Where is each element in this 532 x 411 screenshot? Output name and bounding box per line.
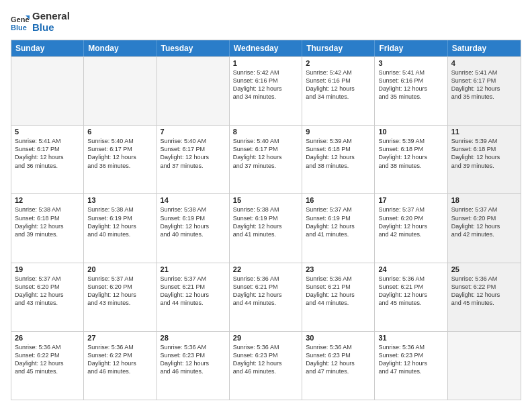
calendar-day-cell: 21Sunrise: 5:37 AM Sunset: 6:21 PM Dayli… — [157, 263, 230, 331]
calendar-header-cell: Sunday — [11, 40, 84, 56]
day-number: 6 — [87, 128, 152, 136]
calendar-body: 1Sunrise: 5:42 AM Sunset: 6:16 PM Daylig… — [11, 56, 521, 400]
day-info: Sunrise: 5:41 AM Sunset: 6:17 PM Dayligh… — [15, 137, 80, 170]
day-number: 23 — [306, 265, 371, 273]
calendar-day-cell: 7Sunrise: 5:40 AM Sunset: 6:17 PM Daylig… — [157, 126, 230, 193]
day-number: 1 — [233, 59, 298, 67]
calendar-day-cell: 29Sunrise: 5:36 AM Sunset: 6:23 PM Dayli… — [230, 332, 302, 400]
calendar-day-cell: 1Sunrise: 5:42 AM Sunset: 6:16 PM Daylig… — [230, 57, 302, 125]
day-info: Sunrise: 5:40 AM Sunset: 6:17 PM Dayligh… — [233, 137, 298, 170]
day-number: 8 — [233, 128, 298, 136]
day-number: 30 — [306, 334, 371, 342]
day-info: Sunrise: 5:38 AM Sunset: 6:19 PM Dayligh… — [87, 205, 152, 238]
calendar-week-row: 26Sunrise: 5:36 AM Sunset: 6:22 PM Dayli… — [11, 331, 521, 400]
day-number: 12 — [15, 196, 80, 204]
day-info: Sunrise: 5:41 AM Sunset: 6:16 PM Dayligh… — [378, 68, 443, 101]
calendar-day-cell: 5Sunrise: 5:41 AM Sunset: 6:17 PM Daylig… — [11, 126, 84, 193]
day-number: 29 — [233, 334, 298, 342]
calendar-day-cell: 8Sunrise: 5:40 AM Sunset: 6:17 PM Daylig… — [230, 126, 302, 193]
day-info: Sunrise: 5:39 AM Sunset: 6:18 PM Dayligh… — [378, 137, 443, 170]
day-info: Sunrise: 5:39 AM Sunset: 6:18 PM Dayligh… — [306, 137, 371, 170]
day-number: 24 — [378, 265, 443, 273]
day-info: Sunrise: 5:38 AM Sunset: 6:19 PM Dayligh… — [161, 205, 226, 238]
svg-text:Blue: Blue — [11, 24, 27, 32]
calendar-day-cell: 24Sunrise: 5:36 AM Sunset: 6:21 PM Dayli… — [375, 263, 447, 331]
day-number: 11 — [451, 128, 517, 136]
day-info: Sunrise: 5:42 AM Sunset: 6:16 PM Dayligh… — [306, 68, 371, 101]
day-info: Sunrise: 5:36 AM Sunset: 6:23 PM Dayligh… — [161, 343, 226, 376]
calendar-day-cell: 16Sunrise: 5:37 AM Sunset: 6:19 PM Dayli… — [302, 194, 375, 262]
calendar-day-cell: 27Sunrise: 5:36 AM Sunset: 6:22 PM Dayli… — [84, 332, 157, 400]
calendar-week-row: 1Sunrise: 5:42 AM Sunset: 6:16 PM Daylig… — [11, 56, 521, 125]
day-number: 17 — [378, 196, 443, 204]
day-info: Sunrise: 5:37 AM Sunset: 6:21 PM Dayligh… — [161, 275, 226, 308]
calendar-header-cell: Monday — [84, 40, 157, 56]
day-info: Sunrise: 5:37 AM Sunset: 6:20 PM Dayligh… — [15, 275, 80, 308]
day-info: Sunrise: 5:36 AM Sunset: 6:23 PM Dayligh… — [233, 343, 298, 376]
day-number: 25 — [451, 265, 517, 273]
day-number: 26 — [15, 334, 80, 342]
day-number: 20 — [87, 265, 152, 273]
calendar-day-cell: 12Sunrise: 5:38 AM Sunset: 6:18 PM Dayli… — [11, 194, 84, 262]
day-info: Sunrise: 5:39 AM Sunset: 6:18 PM Dayligh… — [451, 137, 517, 170]
calendar-day-cell: 28Sunrise: 5:36 AM Sunset: 6:23 PM Dayli… — [157, 332, 230, 400]
day-number: 19 — [15, 265, 80, 273]
calendar-day-cell: 22Sunrise: 5:36 AM Sunset: 6:21 PM Dayli… — [230, 263, 302, 331]
calendar-header-cell: Friday — [375, 40, 447, 56]
calendar-day-cell: 10Sunrise: 5:39 AM Sunset: 6:18 PM Dayli… — [375, 126, 447, 193]
page-header: General Blue General Blue — [11, 11, 521, 33]
day-info: Sunrise: 5:42 AM Sunset: 6:16 PM Dayligh… — [233, 68, 298, 101]
day-info: Sunrise: 5:37 AM Sunset: 6:20 PM Dayligh… — [378, 205, 443, 238]
day-info: Sunrise: 5:40 AM Sunset: 6:17 PM Dayligh… — [87, 137, 152, 170]
day-number: 3 — [378, 59, 443, 67]
calendar-header-cell: Wednesday — [230, 40, 302, 56]
day-info: Sunrise: 5:36 AM Sunset: 6:22 PM Dayligh… — [451, 275, 517, 308]
calendar: SundayMondayTuesdayWednesdayThursdayFrid… — [11, 40, 521, 400]
day-info: Sunrise: 5:40 AM Sunset: 6:17 PM Dayligh… — [161, 137, 226, 170]
day-number: 28 — [161, 334, 226, 342]
calendar-week-row: 12Sunrise: 5:38 AM Sunset: 6:18 PM Dayli… — [11, 193, 521, 262]
calendar-day-cell: 31Sunrise: 5:36 AM Sunset: 6:23 PM Dayli… — [375, 332, 447, 400]
day-number: 4 — [451, 59, 517, 67]
logo: General Blue General Blue — [11, 11, 70, 33]
calendar-day-cell — [84, 57, 157, 125]
day-info: Sunrise: 5:37 AM Sunset: 6:20 PM Dayligh… — [87, 275, 152, 308]
day-info: Sunrise: 5:38 AM Sunset: 6:18 PM Dayligh… — [15, 205, 80, 238]
day-number: 21 — [161, 265, 226, 273]
logo-icon: General Blue — [11, 13, 30, 32]
day-number: 16 — [306, 196, 371, 204]
calendar-day-cell: 15Sunrise: 5:38 AM Sunset: 6:19 PM Dayli… — [230, 194, 302, 262]
logo-text-blue: Blue — [32, 22, 70, 34]
day-number: 5 — [15, 128, 80, 136]
calendar-day-cell: 14Sunrise: 5:38 AM Sunset: 6:19 PM Dayli… — [157, 194, 230, 262]
day-number: 31 — [378, 334, 443, 342]
day-info: Sunrise: 5:36 AM Sunset: 6:23 PM Dayligh… — [306, 343, 371, 376]
day-info: Sunrise: 5:36 AM Sunset: 6:21 PM Dayligh… — [306, 275, 371, 308]
day-number: 9 — [306, 128, 371, 136]
day-info: Sunrise: 5:36 AM Sunset: 6:21 PM Dayligh… — [233, 275, 298, 308]
calendar-header-cell: Saturday — [448, 40, 521, 56]
calendar-page: General Blue General Blue SundayMondayTu… — [0, 0, 532, 411]
calendar-header-cell: Thursday — [302, 40, 375, 56]
calendar-day-cell: 2Sunrise: 5:42 AM Sunset: 6:16 PM Daylig… — [302, 57, 375, 125]
calendar-day-cell: 11Sunrise: 5:39 AM Sunset: 6:18 PM Dayli… — [448, 126, 521, 193]
day-info: Sunrise: 5:38 AM Sunset: 6:19 PM Dayligh… — [233, 205, 298, 238]
calendar-day-cell: 30Sunrise: 5:36 AM Sunset: 6:23 PM Dayli… — [302, 332, 375, 400]
day-number: 27 — [87, 334, 152, 342]
day-info: Sunrise: 5:37 AM Sunset: 6:19 PM Dayligh… — [306, 205, 371, 238]
day-number: 18 — [451, 196, 517, 204]
day-number: 15 — [233, 196, 298, 204]
day-number: 13 — [87, 196, 152, 204]
calendar-week-row: 5Sunrise: 5:41 AM Sunset: 6:17 PM Daylig… — [11, 125, 521, 193]
calendar-day-cell: 23Sunrise: 5:36 AM Sunset: 6:21 PM Dayli… — [302, 263, 375, 331]
calendar-day-cell: 13Sunrise: 5:38 AM Sunset: 6:19 PM Dayli… — [84, 194, 157, 262]
calendar-day-cell: 4Sunrise: 5:41 AM Sunset: 6:17 PM Daylig… — [448, 57, 521, 125]
calendar-header-row: SundayMondayTuesdayWednesdayThursdayFrid… — [11, 40, 521, 56]
calendar-day-cell: 25Sunrise: 5:36 AM Sunset: 6:22 PM Dayli… — [448, 263, 521, 331]
calendar-day-cell — [157, 57, 230, 125]
calendar-day-cell: 19Sunrise: 5:37 AM Sunset: 6:20 PM Dayli… — [11, 263, 84, 331]
calendar-day-cell — [11, 57, 84, 125]
calendar-day-cell: 20Sunrise: 5:37 AM Sunset: 6:20 PM Dayli… — [84, 263, 157, 331]
day-info: Sunrise: 5:41 AM Sunset: 6:17 PM Dayligh… — [451, 68, 517, 101]
day-number: 2 — [306, 59, 371, 67]
